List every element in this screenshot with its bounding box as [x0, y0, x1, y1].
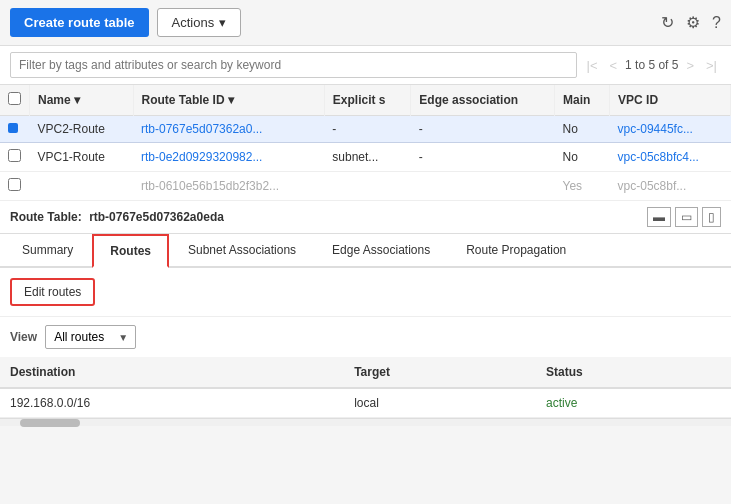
route-status: active: [536, 388, 731, 418]
row-name: VPC2-Route: [30, 116, 134, 143]
row-vpc: vpc-09445fc...: [610, 116, 731, 143]
row-name: VPC1-Route: [30, 143, 134, 172]
row-main: No: [555, 116, 610, 143]
tab-summary[interactable]: Summary: [5, 234, 90, 268]
view-split-icon[interactable]: ▬: [647, 207, 671, 227]
tab-subnet-associations[interactable]: Subnet Associations: [171, 234, 313, 268]
toolbar-right: ↻ ⚙ ?: [661, 13, 721, 32]
view-side-icon[interactable]: ▯: [702, 207, 721, 227]
view-select[interactable]: All routes: [45, 325, 136, 349]
route-table-id-label: Route Table: rtb-0767e5d07362a0eda: [10, 210, 224, 224]
table-row[interactable]: rtb-0610e56b15db2f3b2... Yes vpc-05c8bf.…: [0, 172, 731, 201]
col-explicit: Explicit s: [324, 85, 411, 116]
routes-area: View All routes Destination Target Statu…: [0, 317, 731, 418]
pagination-last-button[interactable]: >|: [702, 56, 721, 75]
routes-table: Destination Target Status 192.168.0.0/16…: [0, 357, 731, 418]
scroll-thumb[interactable]: [20, 419, 80, 427]
row-explicit: -: [324, 116, 411, 143]
row-id: rtb-0e2d0929320982...: [133, 143, 324, 172]
actions-label: Actions: [172, 15, 215, 30]
settings-icon[interactable]: ⚙: [686, 13, 700, 32]
row-checkbox-cell: [0, 143, 30, 172]
search-bar: |< < 1 to 5 of 5 > >|: [0, 46, 731, 85]
route-table-id-value: rtb-0767e5d07362a0eda: [89, 210, 224, 224]
col-name: Name ▾: [30, 85, 134, 116]
row-main: No: [555, 143, 610, 172]
bottom-scrollbar[interactable]: [0, 418, 731, 426]
tab-routes[interactable]: Routes: [92, 234, 169, 268]
select-all-checkbox[interactable]: [8, 92, 21, 105]
routes-header-row: Destination Target Status: [0, 357, 731, 388]
view-select-wrapper: All routes: [45, 325, 136, 349]
search-input[interactable]: [10, 52, 577, 78]
row-edge: -: [411, 116, 555, 143]
col-main: Main: [555, 85, 610, 116]
toolbar: Create route table Actions ▾ ↻ ⚙ ?: [0, 0, 731, 46]
row-vpc: vpc-05c8bfc4...: [610, 143, 731, 172]
select-all-header: [0, 85, 30, 116]
row-edge: [411, 172, 555, 201]
view-bar: View All routes: [0, 317, 731, 357]
row-name: [30, 172, 134, 201]
view-icons: ▬ ▭ ▯: [647, 207, 721, 227]
col-status: Status: [536, 357, 731, 388]
route-label-bar: Route Table: rtb-0767e5d07362a0eda ▬ ▭ ▯: [0, 201, 731, 234]
row-edge: -: [411, 143, 555, 172]
table-header-row: Name ▾ Route Table ID ▾ Explicit s Edge …: [0, 85, 731, 116]
edit-routes-button[interactable]: Edit routes: [10, 278, 95, 306]
create-route-table-button[interactable]: Create route table: [10, 8, 149, 37]
pagination: |< < 1 to 5 of 5 > >|: [583, 56, 722, 75]
pagination-text: 1 to 5 of 5: [625, 58, 678, 72]
table-row[interactable]: VPC2-Route rtb-0767e5d07362a0... - - No …: [0, 116, 731, 143]
row-vpc: vpc-05c8bf...: [610, 172, 731, 201]
help-icon[interactable]: ?: [712, 14, 721, 32]
col-edge: Edge association: [411, 85, 555, 116]
row-checkbox-cell: [0, 116, 30, 143]
route-table-prefix: Route Table:: [10, 210, 82, 224]
route-tables-table: Name ▾ Route Table ID ▾ Explicit s Edge …: [0, 85, 731, 201]
table-row[interactable]: 192.168.0.0/16 local active: [0, 388, 731, 418]
row-checkbox-cell: [0, 172, 30, 201]
tab-bar: Summary Routes Subnet Associations Edge …: [0, 234, 731, 268]
refresh-icon[interactable]: ↻: [661, 13, 674, 32]
row-explicit: [324, 172, 411, 201]
edit-routes-section: Edit routes: [0, 268, 731, 317]
col-target: Target: [344, 357, 536, 388]
col-destination: Destination: [0, 357, 344, 388]
view-label: View: [10, 330, 37, 344]
tab-route-propagation[interactable]: Route Propagation: [449, 234, 583, 268]
pagination-first-button[interactable]: |<: [583, 56, 602, 75]
chevron-down-icon: ▾: [219, 15, 226, 30]
actions-button[interactable]: Actions ▾: [157, 8, 242, 37]
route-target: local: [344, 388, 536, 418]
view-bottom-icon[interactable]: ▭: [675, 207, 698, 227]
col-vpc: VPC ID: [610, 85, 731, 116]
pagination-prev-button[interactable]: <: [605, 56, 621, 75]
pagination-next-button[interactable]: >: [682, 56, 698, 75]
tab-edge-associations[interactable]: Edge Associations: [315, 234, 447, 268]
row-checkbox[interactable]: [8, 178, 21, 191]
row-main: Yes: [555, 172, 610, 201]
routes-table-container: Destination Target Status 192.168.0.0/16…: [0, 357, 731, 418]
row-id: rtb-0767e5d07362a0...: [133, 116, 324, 143]
col-route-table-id: Route Table ID ▾: [133, 85, 324, 116]
selected-indicator: [8, 123, 18, 133]
row-checkbox[interactable]: [8, 149, 21, 162]
route-tables-container: Name ▾ Route Table ID ▾ Explicit s Edge …: [0, 85, 731, 201]
row-explicit: subnet...: [324, 143, 411, 172]
route-destination: 192.168.0.0/16: [0, 388, 344, 418]
table-row[interactable]: VPC1-Route rtb-0e2d0929320982... subnet.…: [0, 143, 731, 172]
row-id: rtb-0610e56b15db2f3b2...: [133, 172, 324, 201]
